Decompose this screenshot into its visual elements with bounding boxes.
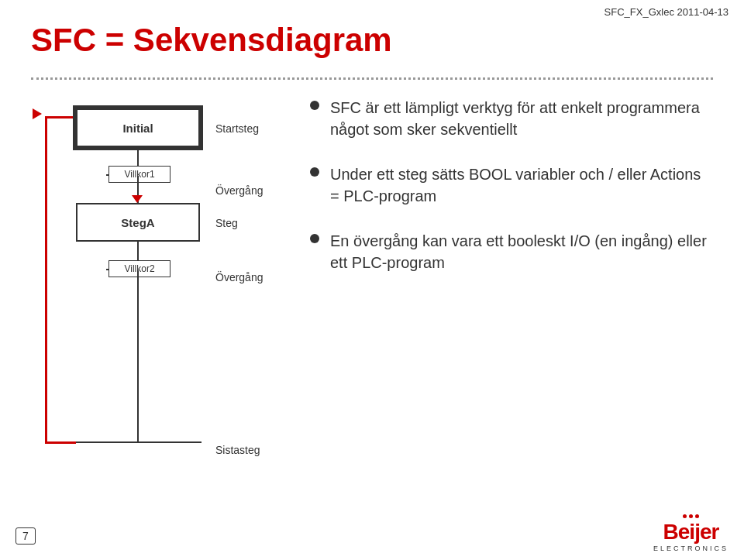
step-initial-box: Initial [76,108,200,147]
transition-2-label: Villkor2 [124,263,154,274]
label-overgång2: Övergång [215,271,263,283]
page-number: 7 [16,527,36,545]
entry-arrow [33,108,42,119]
bullet-text-1: SFC är ett lämpligt verktyg för att enke… [330,97,713,140]
label-overgång1: Övergång [215,184,263,197]
transition-2-label-box: Villkor2 [108,260,170,277]
header-meta: SFC_FX_Gxlec 2011-04-13 [604,6,728,18]
step-a-box: StegA [76,203,200,242]
bracket-line [45,116,47,441]
bullet-text-2: Under ett steg sätts BOOL variabler och … [330,163,713,207]
bracket-top [45,116,76,119]
separator-line [31,77,713,80]
transition-1-label: Villkor1 [124,169,154,180]
bullet-dot-3 [310,234,319,243]
logo-area: Beijer ELECTRONICS [653,514,728,552]
logo-dots [683,514,699,518]
step-initial-label: Initial [122,122,153,135]
logo-dot-2 [689,514,693,518]
down-arrow-2 [132,195,143,203]
logo-sub: ELECTRONICS [653,545,728,552]
content-area: SFC är ett lämpligt verktyg för att enke… [310,97,713,498]
bullet-dot-1 [310,101,319,110]
bullet-dot-2 [310,167,319,177]
sfc-diagram: Initial Villkor1 StegA [31,93,294,496]
logo-name: Beijer [663,520,719,545]
label-startsteg: Startsteg [215,122,259,135]
label-sistasteg: Sistasteg [215,444,260,456]
bullet-item-2: Under ett steg sätts BOOL variabler och … [310,163,713,207]
transition-1-label-box: Villkor1 [108,166,170,183]
bullet-item-1: SFC är ett lämpligt verktyg för att enke… [310,97,713,140]
logo-dot-3 [695,514,699,518]
label-steg: Steg [215,217,238,229]
bracket-bottom [45,441,76,444]
logo-dot-1 [683,514,687,518]
sistasteg-line [76,441,202,443]
step-a-label: StegA [121,216,154,229]
bullet-item-3: En övergång kan vara ett booleskt I/O (e… [310,230,713,273]
page-title: SFC = Sekvensdiagram [31,22,392,59]
bullet-text-3: En övergång kan vara ett booleskt I/O (e… [330,230,713,273]
connector-4 [137,270,139,442]
